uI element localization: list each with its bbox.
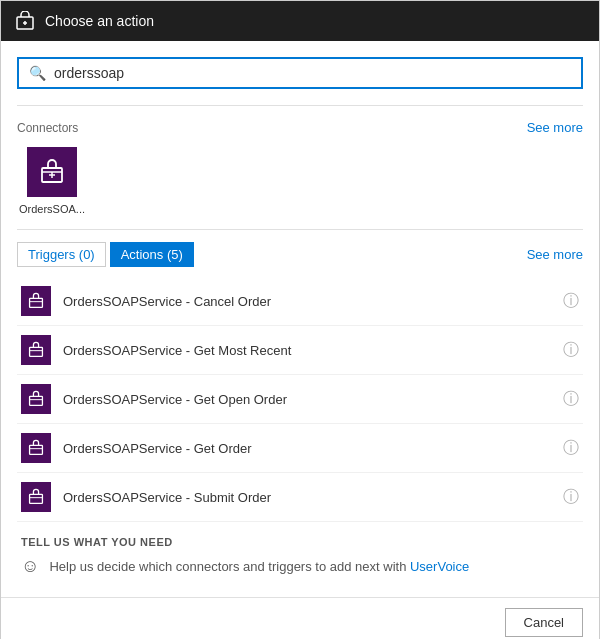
- tab-actions[interactable]: Actions (5): [110, 242, 194, 267]
- tell-us-message: Help us decide which connectors and trig…: [49, 559, 469, 574]
- box-small-icon: [27, 341, 45, 359]
- connectors-label: Connectors: [17, 121, 78, 135]
- tab-triggers[interactable]: Triggers (0): [17, 242, 106, 267]
- box-icon: [38, 158, 66, 186]
- actions-section: Triggers (0) Actions (5) See more Orders…: [17, 229, 583, 522]
- uservoice-link[interactable]: UserVoice: [410, 559, 469, 574]
- smiley-icon: ☺: [21, 556, 39, 577]
- action-label-1: OrdersSOAPService - Get Most Recent: [63, 343, 551, 358]
- action-label-4: OrdersSOAPService - Submit Order: [63, 490, 551, 505]
- action-icon-2: [21, 384, 51, 414]
- info-icon-3[interactable]: ⓘ: [563, 438, 579, 459]
- search-box[interactable]: 🔍: [17, 57, 583, 89]
- action-icon-0: [21, 286, 51, 316]
- dialog-title: Choose an action: [45, 13, 154, 29]
- info-icon-4[interactable]: ⓘ: [563, 487, 579, 508]
- action-icon-1: [21, 335, 51, 365]
- action-item[interactable]: OrdersSOAPService - Get Open Order ⓘ: [17, 375, 583, 424]
- svg-rect-8: [30, 396, 43, 405]
- dialog-body: 🔍 Connectors See more: [1, 41, 599, 597]
- tell-us-text: Help us decide which connectors and trig…: [49, 559, 410, 574]
- box-small-icon: [27, 292, 45, 310]
- info-icon-0[interactable]: ⓘ: [563, 291, 579, 312]
- connectors-see-more[interactable]: See more: [527, 120, 583, 135]
- box-small-icon: [27, 390, 45, 408]
- action-item[interactable]: OrdersSOAPService - Cancel Order ⓘ: [17, 277, 583, 326]
- actions-see-more[interactable]: See more: [527, 247, 583, 262]
- connector-icon-orders-soap: [27, 147, 77, 197]
- info-icon-2[interactable]: ⓘ: [563, 389, 579, 410]
- tell-us-title: TELL US WHAT YOU NEED: [21, 536, 579, 548]
- connectors-header: Connectors See more: [17, 120, 583, 135]
- svg-rect-6: [30, 298, 43, 307]
- header-action-icon: [15, 11, 35, 31]
- info-icon-1[interactable]: ⓘ: [563, 340, 579, 361]
- action-item[interactable]: OrdersSOAPService - Get Most Recent ⓘ: [17, 326, 583, 375]
- action-item[interactable]: OrdersSOAPService - Submit Order ⓘ: [17, 473, 583, 522]
- box-small-icon: [27, 488, 45, 506]
- search-icon: 🔍: [29, 65, 46, 81]
- actions-header: Triggers (0) Actions (5) See more: [17, 242, 583, 267]
- connector-item[interactable]: OrdersSOA...: [17, 147, 87, 215]
- action-label-2: OrdersSOAPService - Get Open Order: [63, 392, 551, 407]
- connectors-section: Connectors See more OrdersSOA...: [17, 105, 583, 215]
- svg-rect-10: [30, 494, 43, 503]
- search-input[interactable]: [54, 65, 571, 81]
- svg-rect-7: [30, 347, 43, 356]
- action-icon-4: [21, 482, 51, 512]
- dialog-header: Choose an action: [1, 1, 599, 41]
- action-label-3: OrdersSOAPService - Get Order: [63, 441, 551, 456]
- svg-rect-9: [30, 445, 43, 454]
- action-item[interactable]: OrdersSOAPService - Get Order ⓘ: [17, 424, 583, 473]
- tell-us-row: ☺ Help us decide which connectors and tr…: [21, 556, 579, 577]
- box-small-icon: [27, 439, 45, 457]
- connector-name: OrdersSOA...: [19, 203, 85, 215]
- tabs-row: Triggers (0) Actions (5): [17, 242, 194, 267]
- connectors-list: OrdersSOA...: [17, 147, 583, 215]
- cancel-button[interactable]: Cancel: [505, 608, 583, 637]
- action-icon-3: [21, 433, 51, 463]
- tell-us-section: TELL US WHAT YOU NEED ☺ Help us decide w…: [17, 522, 583, 581]
- dialog-footer: Cancel: [1, 597, 599, 639]
- choose-action-dialog: Choose an action 🔍 Connectors See more: [0, 0, 600, 639]
- action-label-0: OrdersSOAPService - Cancel Order: [63, 294, 551, 309]
